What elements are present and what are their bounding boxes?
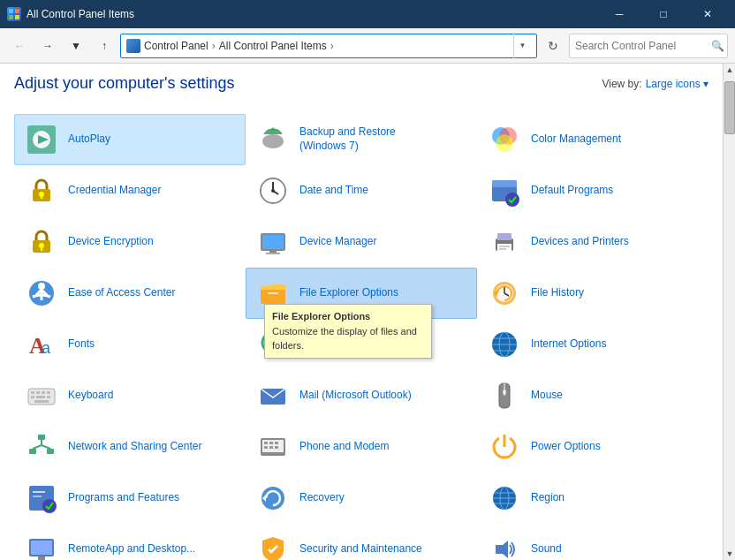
svg-point-18: [271, 189, 275, 193]
svg-rect-59: [31, 396, 34, 398]
item-backup-restore[interactable]: Backup and Restore(Windows 7): [246, 114, 477, 165]
programs-label: Programs and Features: [68, 491, 179, 505]
item-color-management[interactable]: Color Management: [477, 114, 708, 165]
devmgr-label: Device Manager: [299, 235, 376, 249]
scrollbar[interactable]: ▲ ▼: [723, 64, 735, 560]
refresh-button[interactable]: ↻: [541, 34, 565, 58]
item-internet-options[interactable]: Internet Options: [477, 319, 708, 370]
recovery-icon: [255, 481, 291, 516]
path-control-panel: Control Panel: [144, 40, 208, 52]
item-autoplay[interactable]: AutoPlay: [14, 114, 246, 165]
svg-point-35: [38, 283, 45, 290]
svg-rect-84: [33, 496, 42, 497]
item-network-sharing[interactable]: Network and Sharing Center: [14, 421, 246, 473]
address-field[interactable]: Control Panel › All Control Panel Items …: [120, 34, 537, 58]
item-default-programs[interactable]: Default Programs: [477, 165, 708, 216]
search-input[interactable]: [575, 40, 708, 52]
region-label: Region: [531, 491, 565, 505]
programs-icon: [24, 481, 59, 516]
svg-rect-32: [499, 246, 510, 247]
phone-label: Phone and Modem: [299, 440, 389, 454]
remoteapp-icon: [24, 532, 59, 560]
devmgr-icon: [255, 224, 291, 260]
item-power-options[interactable]: Power Options: [477, 421, 708, 473]
item-region[interactable]: Region: [477, 473, 708, 524]
item-fonts[interactable]: A a Fonts: [14, 319, 246, 370]
datetime-icon: [255, 173, 291, 208]
mail-label: Mail (Microsoft Outlook): [299, 389, 412, 403]
address-dropdown-button[interactable]: ▼: [513, 34, 531, 58]
item-sound[interactable]: Sound: [477, 524, 708, 560]
item-mail[interactable]: Mail (Microsoft Outlook): [246, 370, 477, 421]
item-keyboard[interactable]: Keyboard: [14, 370, 246, 421]
item-file-history[interactable]: File History: [477, 268, 708, 319]
item-mouse[interactable]: Mouse: [477, 370, 708, 421]
svg-rect-58: [47, 391, 50, 394]
power-label: Power Options: [531, 440, 601, 454]
item-device-manager[interactable]: Device Manager: [246, 216, 477, 268]
ease-icon: [24, 276, 59, 311]
item-programs-features[interactable]: Programs and Features: [14, 473, 246, 524]
svg-rect-33: [499, 248, 506, 250]
app-icon: [7, 7, 21, 21]
scrollbar-down-arrow[interactable]: ▼: [724, 548, 735, 560]
svg-rect-55: [31, 391, 34, 394]
svg-rect-75: [269, 442, 273, 444]
item-phone-modem[interactable]: Phone and Modem: [246, 421, 477, 473]
svg-rect-39: [268, 292, 278, 294]
security-label: Security and Maintenance: [299, 542, 422, 556]
item-device-encryption[interactable]: Device Encryption: [14, 216, 246, 268]
minimize-button[interactable]: ─: [599, 0, 640, 28]
back-button[interactable]: ←: [7, 34, 32, 58]
scrollbar-thumb[interactable]: [724, 81, 735, 134]
autoplay-icon: [24, 122, 59, 157]
credential-label: Credential Manager: [68, 184, 161, 198]
svg-rect-57: [42, 391, 45, 394]
item-security-maintenance[interactable]: Security and Maintenance: [246, 524, 477, 560]
forward-button[interactable]: →: [35, 34, 60, 58]
svg-point-21: [505, 193, 519, 207]
svg-rect-83: [33, 491, 45, 493]
svg-rect-56: [36, 391, 40, 394]
maximize-button[interactable]: □: [643, 0, 684, 28]
items-grid: AutoPlay Backup and Restore(Windows 7): [14, 114, 708, 560]
file-explorer-tooltip: File Explorer Options Customize the disp…: [264, 304, 432, 359]
svg-rect-93: [31, 541, 52, 555]
encryption-icon: [24, 224, 59, 260]
remoteapp-label: RemoteApp and Desktop...: [68, 542, 195, 556]
item-devices-printers[interactable]: Devices and Printers: [477, 216, 708, 268]
search-box[interactable]: 🔍: [569, 34, 728, 58]
svg-rect-31: [497, 233, 511, 240]
tooltip-description: Customize the display of files and folde…: [272, 325, 424, 352]
mouse-label: Mouse: [531, 389, 563, 403]
svg-point-7: [262, 134, 284, 148]
path-icon: [126, 39, 140, 53]
close-button[interactable]: ✕: [687, 0, 728, 28]
item-date-time[interactable]: Date and Time: [246, 165, 477, 216]
keyboard-label: Keyboard: [68, 389, 113, 403]
printer-icon: [487, 224, 522, 260]
item-recovery[interactable]: Recovery: [246, 473, 477, 524]
titlebar: All Control Panel Items ─ □ ✕: [0, 0, 735, 28]
path-all-items: All Control Panel Items: [219, 40, 327, 52]
backup-label: Backup and Restore(Windows 7): [299, 125, 396, 153]
item-file-explorer[interactable]: File Explorer Options File Explorer Opti…: [246, 268, 477, 319]
search-icon: 🔍: [711, 40, 724, 52]
mail-icon: [255, 378, 291, 413]
svg-rect-79: [275, 446, 278, 449]
item-remoteapp[interactable]: RemoteApp and Desktop...: [14, 524, 246, 560]
ease-label: Ease of Access Center: [68, 286, 175, 300]
scrollbar-up-arrow[interactable]: ▲: [724, 64, 735, 76]
svg-rect-77: [264, 446, 268, 449]
credential-icon: [24, 173, 59, 208]
svg-rect-13: [41, 194, 42, 199]
recent-button[interactable]: ▼: [64, 34, 88, 58]
item-ease-access[interactable]: Ease of Access Center: [14, 268, 246, 319]
content-area: Adjust your computer's settings View by:…: [0, 64, 723, 560]
view-by-link[interactable]: Large icons ▾: [646, 78, 708, 90]
up-button[interactable]: ↑: [92, 34, 117, 58]
item-credential-manager[interactable]: Credential Manager: [14, 165, 246, 216]
svg-rect-67: [29, 449, 36, 454]
internet-icon: [487, 327, 522, 362]
printers-label: Devices and Printers: [531, 235, 629, 249]
